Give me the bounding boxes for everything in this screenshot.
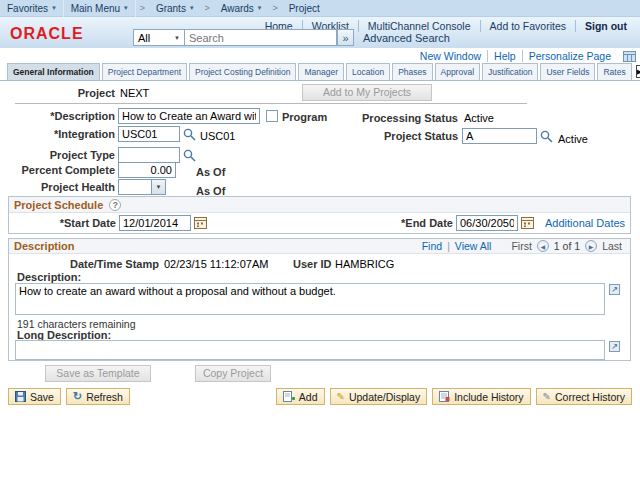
update-display-button[interactable]: ✎ Update/Display bbox=[330, 388, 428, 405]
add-to-favorites-link[interactable]: Add to Favorites bbox=[481, 20, 576, 32]
breadcrumb-awards-label: Awards bbox=[221, 3, 254, 14]
include-history-icon bbox=[439, 391, 450, 402]
advanced-search-link[interactable]: Advanced Search bbox=[363, 32, 450, 44]
integration-lookup-icon[interactable] bbox=[183, 128, 196, 141]
percent-complete-input[interactable] bbox=[118, 162, 176, 178]
breadcrumb-project-label: Project bbox=[289, 3, 320, 14]
user-id-label: User ID bbox=[293, 258, 332, 270]
personalize-page-link[interactable]: Personalize Page bbox=[523, 50, 617, 62]
integration-input[interactable] bbox=[118, 126, 180, 142]
correct-history-label: Correct History bbox=[555, 391, 625, 403]
sign-out-link[interactable]: Sign out bbox=[576, 20, 636, 32]
breadcrumb-separator-icon: > bbox=[136, 3, 149, 13]
description-field-input[interactable] bbox=[118, 108, 260, 124]
project-status-display-value: Active bbox=[558, 133, 588, 145]
breadcrumb-separator-icon: > bbox=[268, 3, 281, 13]
breadcrumb-grants[interactable]: Grants ▾ bbox=[149, 0, 201, 17]
add-to-my-projects-button[interactable]: Add to My Projects bbox=[302, 84, 432, 101]
divider bbox=[15, 103, 527, 104]
long-description-textarea[interactable] bbox=[15, 340, 605, 360]
start-date-calendar-icon[interactable] bbox=[194, 216, 207, 229]
personalize-grid-icon[interactable] bbox=[623, 51, 636, 62]
page-utility-links: New Window Help Personalize Page bbox=[414, 50, 636, 62]
project-type-lookup-icon[interactable] bbox=[183, 149, 196, 162]
end-date-calendar-icon[interactable] bbox=[521, 216, 534, 229]
description-textarea-label: Description: bbox=[17, 271, 81, 283]
correct-history-icon: ✎ bbox=[543, 392, 551, 402]
help-icon[interactable]: ? bbox=[109, 199, 121, 211]
start-date-label: *Start Date bbox=[13, 217, 116, 229]
as-of-label: As Of bbox=[196, 166, 225, 178]
end-date-label: *End Date bbox=[339, 217, 453, 229]
processing-status-label: Processing Status bbox=[340, 112, 458, 124]
project-status-input[interactable] bbox=[462, 128, 537, 144]
breadcrumb: Favorites ▾ Main Menu ▾ > Grants ▾ > Awa… bbox=[0, 0, 640, 17]
add-icon bbox=[283, 391, 295, 402]
tab-general-information[interactable]: General Information bbox=[7, 63, 100, 80]
chevron-down-icon: ▼ bbox=[174, 35, 180, 41]
add-button[interactable]: Add bbox=[276, 388, 325, 405]
project-schedule-groupbox: Project Schedule ? *Start Date *End Date… bbox=[8, 196, 631, 234]
divider: | bbox=[447, 240, 450, 252]
project-type-input[interactable] bbox=[118, 147, 180, 163]
description-field-label: *Description bbox=[10, 110, 115, 122]
next-row-icon[interactable]: ▶ bbox=[585, 240, 597, 252]
help-link[interactable]: Help bbox=[488, 50, 523, 62]
toolbar-left: Save ↻ Refresh bbox=[8, 388, 130, 405]
search-scope-select[interactable]: All ▼ bbox=[133, 29, 185, 46]
update-display-label: Update/Display bbox=[349, 391, 420, 403]
save-button[interactable]: Save bbox=[8, 388, 61, 405]
breadcrumb-favorites-label: Favorites bbox=[7, 3, 48, 14]
processing-status-value: Active bbox=[464, 112, 494, 124]
page-tabs: General Information Project Department P… bbox=[0, 63, 640, 81]
previous-row-icon[interactable]: ◀ bbox=[537, 240, 549, 252]
refresh-button[interactable]: ↻ Refresh bbox=[66, 388, 130, 405]
tab-project-costing-definition[interactable]: Project Costing Definition bbox=[189, 63, 296, 80]
breadcrumb-project[interactable]: Project bbox=[282, 0, 327, 17]
project-health-select[interactable]: ▼ bbox=[118, 179, 166, 195]
end-date-input[interactable] bbox=[456, 215, 518, 231]
percent-complete-label: Percent Complete bbox=[10, 164, 115, 176]
project-health-label: Project Health bbox=[10, 181, 115, 193]
tab-manager[interactable]: Manager bbox=[298, 63, 344, 80]
last-link[interactable]: Last bbox=[602, 240, 622, 252]
correct-history-button[interactable]: ✎ Correct History bbox=[536, 388, 632, 405]
expand-icon[interactable]: ↗ bbox=[609, 284, 620, 295]
save-as-template-button[interactable]: Save as Template bbox=[45, 365, 151, 382]
integration-display-value: USC01 bbox=[200, 130, 235, 142]
more-tabs-icon[interactable]: ▶ bbox=[636, 65, 640, 78]
copy-project-button[interactable]: Copy Project bbox=[195, 365, 271, 382]
find-link[interactable]: Find bbox=[422, 240, 442, 252]
update-display-icon: ✎ bbox=[337, 392, 345, 402]
include-history-label: Include History bbox=[454, 391, 523, 403]
additional-dates-link[interactable]: Additional Dates bbox=[545, 217, 625, 229]
refresh-label: Refresh bbox=[86, 391, 123, 403]
project-status-label: Project Status bbox=[340, 130, 458, 142]
description-textarea[interactable]: How to create an award without a proposa… bbox=[15, 283, 605, 315]
project-status-lookup-icon[interactable] bbox=[540, 130, 553, 143]
breadcrumb-main-menu[interactable]: Main Menu ▾ bbox=[64, 0, 136, 17]
first-link[interactable]: First bbox=[511, 240, 531, 252]
app-header: ORACLE Home Worklist MultiChannel Consol… bbox=[0, 17, 640, 48]
project-label: Project bbox=[20, 87, 115, 99]
project-schedule-title: Project Schedule bbox=[14, 199, 103, 211]
program-checkbox[interactable] bbox=[266, 110, 278, 122]
expand-icon[interactable]: ↗ bbox=[609, 341, 620, 352]
new-window-link[interactable]: New Window bbox=[414, 50, 488, 62]
tab-location[interactable]: Location bbox=[346, 63, 390, 80]
tab-rates[interactable]: Rates bbox=[597, 63, 631, 80]
search-submit-button[interactable]: » bbox=[337, 29, 354, 46]
integration-label: *Integration bbox=[10, 128, 115, 140]
tab-approval[interactable]: Approval bbox=[435, 63, 481, 80]
tab-user-fields[interactable]: User Fields bbox=[540, 63, 595, 80]
tab-justification[interactable]: Justification bbox=[482, 63, 538, 80]
breadcrumb-awards[interactable]: Awards ▾ bbox=[214, 0, 269, 17]
view-all-link[interactable]: View All bbox=[455, 240, 492, 252]
start-date-input[interactable] bbox=[119, 215, 191, 231]
search-input[interactable] bbox=[185, 29, 337, 46]
tab-project-department[interactable]: Project Department bbox=[102, 63, 187, 80]
tab-phases[interactable]: Phases bbox=[392, 63, 432, 80]
breadcrumb-favorites[interactable]: Favorites ▾ bbox=[0, 0, 64, 17]
include-history-button[interactable]: Include History bbox=[432, 388, 530, 405]
description-title: Description bbox=[14, 240, 75, 252]
